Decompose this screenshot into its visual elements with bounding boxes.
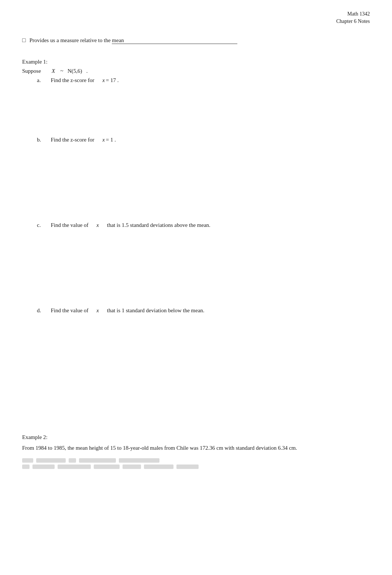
example1-heading: Example 1: [22,59,370,65]
item-b: b. Find the z-score for x = 1 . [37,137,370,143]
blurred-seg [119,458,159,463]
header-line2: Chapter 6 Notes [336,18,370,25]
example2-text: From 1984 to 1985, the mean height of 15… [22,443,370,452]
item-a-text: Find the z-score for [51,77,94,84]
bullet-icon: □ [22,37,26,44]
tilde-symbol: ~ [61,68,63,74]
item-c: c. Find the value of x that is 1.5 stand… [37,222,370,228]
page-header: Math 1342 Chapter 6 Notes [336,10,370,25]
blurred-seg [22,465,30,469]
blurred-seg [94,465,120,469]
header-line1: Math 1342 [336,10,370,18]
spacer-c [22,231,370,304]
blurred-seg [32,465,55,469]
spacer-d [22,316,370,434]
blurred-seg [79,458,116,463]
blurred-seg [144,465,173,469]
bullet-text-before: Provides us a measure relative to the [30,37,111,44]
item-b-period: . [114,137,116,143]
blurred-row-1 [22,458,370,463]
suppose-period: . [86,68,88,74]
bullet-long-underline [134,37,237,44]
item-c-var: x [96,222,99,228]
item-d-var: x [96,307,99,314]
item-d-rest: that is 1 standard deviation below the m… [107,307,204,314]
item-a: a. Find the z-score for x = 17 . [37,77,370,84]
page: Math 1342 Chapter 6 Notes □ Provides us … [0,0,392,575]
item-c-text: Find the value of [51,222,89,228]
item-a-equals: = 17 [106,77,116,84]
item-b-text: Find the z-score for [51,137,94,143]
spacer-a [22,86,370,134]
item-b-label: b. [37,137,46,143]
content-area: □ Provides us a measure relative to the … [22,37,370,469]
blurred-row-2 [22,465,370,469]
item-d-text: Find the value of [51,307,89,314]
blurred-seg [123,465,141,469]
blurred-section [22,458,370,469]
item-a-label: a. [37,77,46,84]
blurred-seg [176,465,199,469]
blurred-seg [22,458,33,463]
item-b-equals: = 1 [106,137,113,143]
item-a-var: x [102,77,105,84]
example2-heading: Example 2: [22,434,370,440]
item-d-label: d. [37,307,46,314]
bullet-blank-mean: mean [112,37,134,44]
spacer-b [22,145,370,219]
blurred-seg [36,458,66,463]
distribution: N(5,6) [68,68,82,74]
item-c-rest: that is 1.5 standard deviations above th… [107,222,210,228]
item-c-label: c. [37,222,46,228]
item-d: d. Find the value of x that is 1 standar… [37,307,370,314]
blurred-seg [69,458,76,463]
item-a-period: . [117,77,119,84]
blurred-seg [58,465,91,469]
item-b-var: x [102,137,105,143]
x-var: X [52,68,55,74]
bullet-line: □ Provides us a measure relative to the … [22,37,370,44]
suppose-line: Suppose X ~ N(5,6) . [22,68,370,74]
